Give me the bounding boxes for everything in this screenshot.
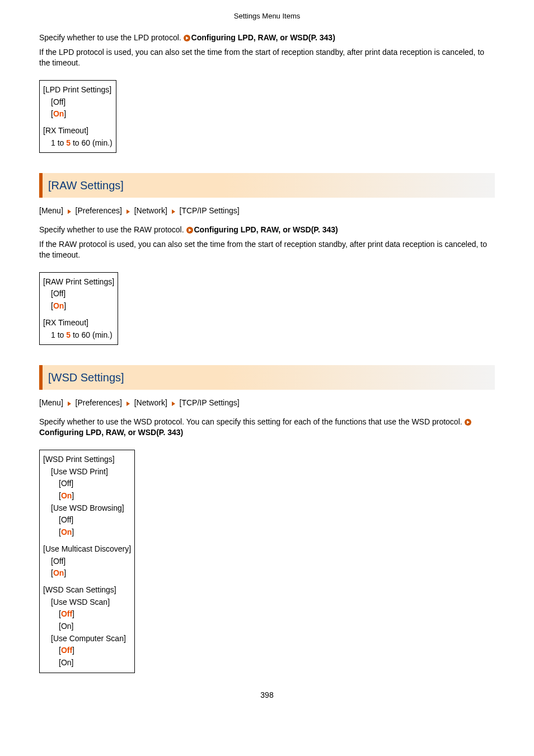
chevron-right-icon [127,402,130,406]
wsd-intro-text: Specify whether to use the WSD protocol.… [39,417,465,426]
crumb-tcpip: [TCP/IP Settings] [180,398,240,407]
use-wsd-browsing-label: [Use WSD Browsing] [43,502,131,515]
raw-settings-heading: [RAW Settings] [39,173,495,198]
raw-intro-2: If the RAW protocol is used, you can als… [39,239,495,261]
raw-off-option: [Off] [43,288,114,300]
chevron-right-icon [127,209,130,214]
lpd-settings-box: [LPD Print Settings] [Off] [On] [RX Time… [39,80,116,153]
use-computer-scan-label: [Use Computer Scan] [43,633,131,645]
raw-breadcrumb: [Menu] [Preferences] [Network] [TCP/IP S… [39,206,495,217]
chevron-right-icon [68,402,71,406]
raw-settings-box: [RAW Print Settings] [Off] [On] [RX Time… [39,272,118,345]
use-wsd-print-label: [Use WSD Print] [43,466,131,478]
wsd-print-on: [On] [43,490,131,502]
lpd-on-default: On [53,109,64,118]
lpd-rx-timeout-label: [RX Timeout] [43,125,113,137]
crumb-tcpip: [TCP/IP Settings] [180,206,240,215]
raw-intro-text: Specify whether to use the RAW protocol. [39,225,186,234]
computer-scan-off: [Off] [43,645,131,657]
wsd-browsing-off: [Off] [43,514,131,526]
computer-scan-on: [On] [43,657,131,669]
crumb-menu: [Menu] [39,206,63,215]
raw-print-settings-label: [RAW Print Settings] [43,276,114,288]
multicast-on: [On] [43,567,131,580]
wsd-breadcrumb: [Menu] [Preferences] [Network] [TCP/IP S… [39,398,495,409]
raw-rx-range: 1 to 5 to 60 (min.) [43,329,114,342]
link-icon [186,227,193,234]
use-multicast-discovery-label: [Use Multicast Discovery] [43,543,131,556]
use-wsd-scan-label: [Use WSD Scan] [43,596,131,609]
xref-lpd[interactable]: Configuring LPD, RAW, or WSD(P. 343) [191,33,335,42]
xref-raw[interactable]: Configuring LPD, RAW, or WSD(P. 343) [194,225,338,234]
lpd-intro-text: Specify whether to use the LPD protocol. [39,33,184,42]
xref-wsd[interactable]: Configuring LPD, RAW, or WSD(P. 343) [39,428,183,437]
wsd-scan-off: [Off] [43,608,131,620]
crumb-preferences: [Preferences] [76,398,122,407]
crumb-network: [Network] [134,206,167,215]
wsd-settings-box: [WSD Print Settings] [Use WSD Print] [Of… [39,450,135,673]
raw-intro: Specify whether to use the RAW protocol.… [39,225,495,236]
lpd-intro: Specify whether to use the LPD protocol.… [39,32,495,44]
wsd-print-settings-label: [WSD Print Settings] [43,454,131,466]
chevron-right-icon [172,402,175,406]
lpd-print-settings-label: [LPD Print Settings] [43,84,113,96]
wsd-scan-on: [On] [43,620,131,633]
link-icon [465,419,471,426]
lpd-on-option: [On] [43,108,113,120]
lpd-intro-2: If the LPD protocol is used, you can als… [39,47,495,69]
lpd-rx-range: 1 to 5 to 60 (min.) [43,137,113,150]
chevron-right-icon [172,209,175,214]
wsd-scan-settings-label: [WSD Scan Settings] [43,584,131,596]
raw-on-option: [On] [43,300,114,312]
raw-rx-timeout-label: [RX Timeout] [43,317,114,329]
page-header: Settings Menu Items [39,11,495,21]
wsd-browsing-on: [On] [43,526,131,539]
link-icon [184,35,190,41]
wsd-intro: Specify whether to use the WSD protocol.… [39,417,495,438]
crumb-network: [Network] [134,398,167,407]
chevron-right-icon [68,209,71,214]
multicast-off: [Off] [43,556,131,568]
crumb-menu: [Menu] [39,398,63,407]
page-number: 398 [39,690,495,701]
wsd-print-off: [Off] [43,478,131,490]
lpd-off-option: [Off] [43,96,113,109]
crumb-preferences: [Preferences] [76,206,122,215]
wsd-settings-heading: [WSD Settings] [39,365,495,390]
raw-on-default: On [53,301,64,310]
